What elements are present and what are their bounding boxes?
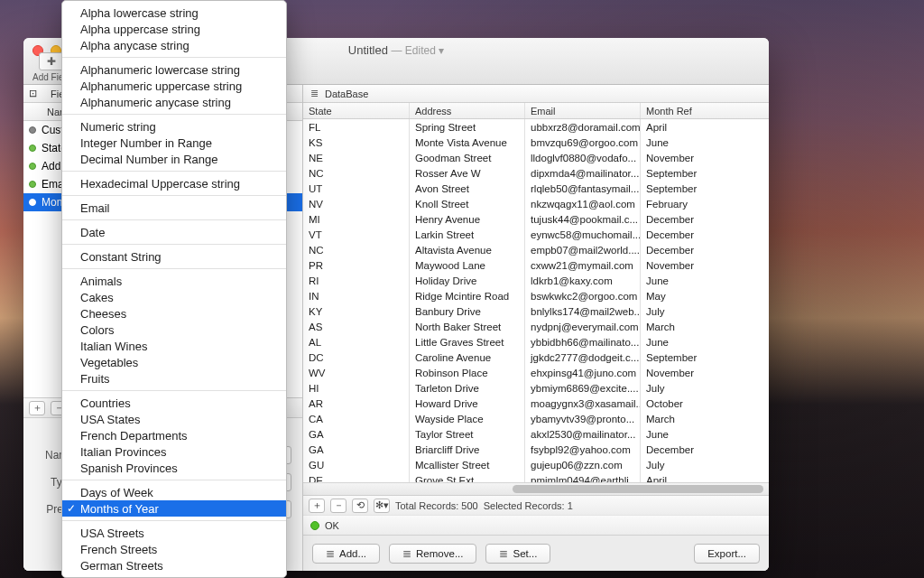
dropdown-item[interactable]: Colors <box>62 322 286 338</box>
gear-icon[interactable]: ✻▾ <box>374 499 390 513</box>
table-cell: Goodman Street <box>410 150 525 165</box>
add-button[interactable]: ≣Add... <box>312 544 380 564</box>
dropdown-item[interactable]: USA States <box>62 411 286 427</box>
table-row[interactable]: ARHoward Drivemoagygnx3@xasamail...Octob… <box>303 396 769 411</box>
table-cell: Mcallister Street <box>410 457 525 472</box>
dropdown-item[interactable]: Date <box>62 224 286 240</box>
table-cell: Robinson Place <box>410 365 525 380</box>
table-row[interactable]: MIHenry Avenuetujusk44@pookmail.c...Dece… <box>303 211 769 227</box>
dropdown-item[interactable]: Alpha lowercase string <box>62 5 286 21</box>
table-row[interactable]: NEGoodman Streetlldoglvf0880@vodafo...No… <box>303 150 769 165</box>
disclosure-icon[interactable]: ⊡ <box>29 88 42 99</box>
dropdown-item[interactable]: Italian Wines <box>62 338 286 354</box>
dropdown-item[interactable]: Countries <box>62 395 286 411</box>
dropdown-item[interactable]: Cheeses <box>62 305 286 322</box>
table-row[interactable]: KYBanbury Drivebnlylks174@mail2web...Jul… <box>303 303 769 319</box>
dropdown-item[interactable]: USA Streets <box>62 525 286 541</box>
table-row[interactable]: WVRobinson Placeehxpinsg41@juno.comNovem… <box>303 365 769 380</box>
table-cell: VT <box>303 227 410 242</box>
table-cell: Avon Street <box>410 181 525 196</box>
table-cell: ubbxrz8@doramail.com <box>525 119 641 135</box>
table-cell: akxl2530@mailinator... <box>525 426 641 442</box>
dropdown-item[interactable]: ✓Months of Year <box>62 500 286 517</box>
checkmark-icon: ✓ <box>67 502 76 515</box>
dropdown-item-label: Decimal Number in Range <box>80 153 217 166</box>
table-row[interactable]: FLSpring Streetubbxrz8@doramail.comApril <box>303 119 769 135</box>
column-header[interactable]: Email <box>525 103 641 118</box>
remove-button[interactable]: ≣Remove... <box>389 544 476 564</box>
column-header[interactable]: Address <box>410 103 525 118</box>
reload-icon[interactable]: ⟲ <box>352 499 368 513</box>
table-row[interactable]: GATaylor Streetakxl2530@mailinator...Jun… <box>303 426 769 442</box>
separator <box>62 114 286 115</box>
dropdown-item[interactable]: Hexadecimal Uppercase string <box>62 175 286 191</box>
table-row[interactable]: HITarleton Driveybmiym6869@excite....Jul… <box>303 380 769 396</box>
dropdown-item[interactable]: Alphanumeric lowercase string <box>62 61 286 78</box>
table-cell: Monte Vista Avenue <box>410 135 525 150</box>
dropdown-item-label: Cakes <box>80 291 114 304</box>
edited-indicator[interactable]: — Edited ▾ <box>392 44 445 57</box>
dropdown-item[interactable]: Integer Number in Range <box>62 135 286 151</box>
set-button[interactable]: ≣Set... <box>485 544 550 564</box>
dropdown-item[interactable]: Animals <box>62 273 286 289</box>
dropdown-item[interactable]: Alphanumeric anycase string <box>62 94 286 110</box>
table-row[interactable]: DEGrove St Extpmjmlm0494@earthli...April <box>303 472 769 482</box>
table-row[interactable]: ALLittle Graves Streetybbidbh66@mailinat… <box>303 334 769 350</box>
dropdown-item[interactable]: Vegetables <box>62 354 286 370</box>
table-row[interactable]: GUMcallister Streetgujeup06@zzn.comJuly <box>303 457 769 472</box>
dropdown-item[interactable]: Italian Streets <box>62 573 286 578</box>
table-row[interactable]: UTAvon Streetrlqleb50@fantasymail...Sept… <box>303 181 769 196</box>
ok-dot-icon <box>310 521 319 530</box>
table-cell: ybmiym6869@excite.... <box>525 380 641 396</box>
dropdown-item-label: Days of Week <box>80 486 153 499</box>
table-cell: NE <box>303 150 410 165</box>
status-dot-icon <box>29 126 36 134</box>
dropdown-item[interactable]: Alpha anycase string <box>62 37 286 53</box>
table-cell: NV <box>303 196 410 211</box>
table-row[interactable]: INRidge Mcintire Roadbswkwkc2@orgoo.comM… <box>303 288 769 303</box>
separator <box>62 171 286 172</box>
table-row[interactable]: ASNorth Baker Streetnydpnj@everymail.com… <box>303 319 769 334</box>
table-header[interactable]: StateAddressEmailMonth Ref <box>303 103 769 119</box>
dropdown-item[interactable]: German Streets <box>62 557 286 573</box>
dropdown-item-label: Colors <box>80 323 115 337</box>
dropdown-item[interactable]: Spanish Provinces <box>62 460 286 476</box>
table-row[interactable]: KSMonte Vista Avenuebmvzqu69@orgoo.comJu… <box>303 135 769 150</box>
table-row[interactable]: NCRosser Ave Wdipxmda4@mailinator...Sept… <box>303 165 769 181</box>
dropdown-item[interactable]: French Departments <box>62 427 286 443</box>
table-row[interactable]: VTLarkin Streeteynwc58@muchomail...Decem… <box>303 227 769 242</box>
dropdown-item[interactable]: Decimal Number in Range <box>62 151 286 167</box>
title-text: Untitled <box>348 43 388 57</box>
table-row[interactable]: NCAltavista Avenueempb07@mail2world....D… <box>303 242 769 257</box>
type-dropdown-menu[interactable]: Alpha lowercase stringAlpha uppercase st… <box>61 0 287 578</box>
column-header[interactable]: Month Ref <box>641 103 769 118</box>
dropdown-item[interactable]: Italian Provinces <box>62 443 286 460</box>
table-cell: Knoll Street <box>410 196 525 211</box>
add-field-icon[interactable]: ＋ <box>29 401 45 415</box>
table-row[interactable]: DCCaroline Avenuejgkdc2777@dodgeit.c...S… <box>303 350 769 365</box>
dropdown-item[interactable]: Fruits <box>62 370 286 387</box>
table-body[interactable]: FLSpring Streetubbxrz8@doramail.comApril… <box>303 119 769 482</box>
table-row[interactable]: RIHoliday Driveldkrb1@kaxy.comJune <box>303 273 769 288</box>
remove-row-icon[interactable]: － <box>330 499 346 513</box>
horizontal-scrollbar[interactable] <box>303 482 769 495</box>
table-row[interactable]: CAWayside Placeybamyvtv39@pronto...March <box>303 411 769 426</box>
dropdown-item[interactable]: Constant String <box>62 248 286 265</box>
dropdown-item[interactable]: Email <box>62 200 286 216</box>
dropdown-item[interactable]: Alpha uppercase string <box>62 21 286 37</box>
dropdown-item[interactable]: French Streets <box>62 541 286 557</box>
table-cell: April <box>641 119 769 135</box>
dropdown-item[interactable]: Alphanumeric uppercase string <box>62 78 286 94</box>
dropdown-item[interactable]: Numeric string <box>62 118 286 135</box>
table-row[interactable]: NVKnoll Streetnkzwqagx11@aol.comFebruary <box>303 196 769 211</box>
dropdown-item[interactable]: Cakes <box>62 289 286 305</box>
export-button[interactable]: Export... <box>694 544 760 564</box>
add-row-icon[interactable]: ＋ <box>309 499 325 513</box>
table-cell: Grove St Ext <box>410 472 525 482</box>
table-cell: Maywood Lane <box>410 257 525 273</box>
dropdown-item[interactable]: Days of Week <box>62 484 286 500</box>
dropdown-item-label: Alphanumeric lowercase string <box>80 63 240 77</box>
table-row[interactable]: GABriarcliff Drivefsybpl92@yahoo.comDece… <box>303 442 769 457</box>
table-row[interactable]: PRMaywood Lanecxww21@mymail.comNovember <box>303 257 769 273</box>
column-header[interactable]: State <box>303 103 410 118</box>
